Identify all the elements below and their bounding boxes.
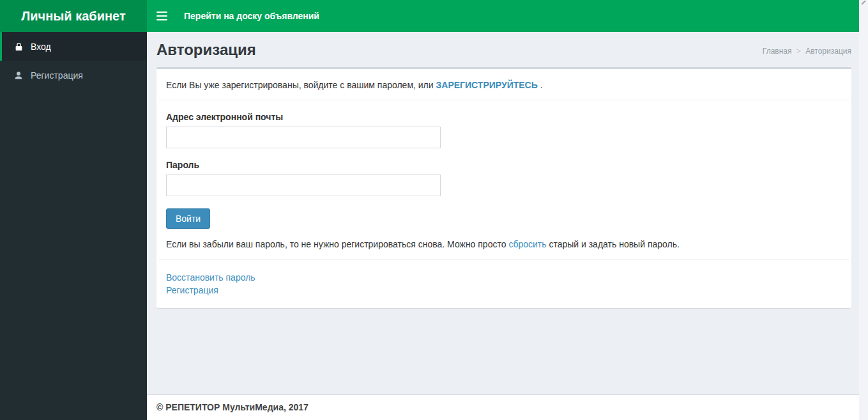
main-header: Личный кабинет Перейти на доску объявлен… — [0, 0, 868, 32]
divider — [159, 100, 849, 100]
sidebar-menu: Вход Регистрация — [0, 32, 147, 89]
sidebar-item-label: Регистрация — [31, 70, 83, 81]
lock-icon — [11, 42, 26, 51]
footer: © РЕПЕТИТОР МультиМедиа, 2017 — [147, 394, 859, 420]
sidebar-item-login[interactable]: Вход — [0, 32, 147, 61]
copyright-text: © РЕПЕТИТОР МультиМедиа, 2017 — [156, 402, 308, 412]
password-input[interactable] — [166, 175, 441, 196]
app-wrapper: Личный кабинет Перейти на доску объявлен… — [0, 0, 868, 420]
intro-text: Если Вы уже зарегистрированы, войдите с … — [166, 80, 842, 90]
sidebar-toggle-button[interactable] — [147, 0, 176, 32]
content-area: Авторизация Главная > Авторизация Если В… — [147, 32, 859, 394]
app-logo[interactable]: Личный кабинет — [0, 0, 147, 32]
email-label: Адрес электронной почты — [166, 112, 842, 122]
reset-password-inline-link[interactable]: сбросить — [508, 239, 546, 249]
breadcrumb-current: Авторизация — [805, 47, 851, 56]
app-logo-label: Личный кабинет — [21, 9, 125, 24]
bottom-links: Восстановить пароль Регистрация — [166, 269, 842, 297]
content-header: Авторизация Главная > Авторизация — [156, 42, 851, 58]
user-icon — [11, 71, 26, 80]
sidebar-item-registration[interactable]: Регистрация — [0, 61, 147, 89]
password-form-group: Пароль — [166, 160, 842, 196]
restore-password-link[interactable]: Восстановить пароль — [166, 271, 842, 284]
registration-link[interactable]: Регистрация — [166, 284, 842, 297]
register-inline-link[interactable]: ЗАРЕГИСТРИРУЙТЕСЬ — [436, 80, 538, 90]
scrollbar-arrow-icon — [861, 0, 865, 4]
forgot-password-help: Если вы забыли ваш пароль, то не нужно р… — [166, 239, 842, 249]
page-title: Авторизация — [156, 42, 256, 58]
divider — [159, 259, 849, 260]
breadcrumb: Главная > Авторизация — [763, 47, 851, 56]
breadcrumb-home-link[interactable]: Главная — [763, 47, 792, 56]
scrollbar[interactable] — [859, 0, 868, 420]
top-navbar: Перейти на доску объявлений — [147, 0, 868, 32]
email-input[interactable] — [166, 127, 441, 148]
navbar-board-link[interactable]: Перейти на доску объявлений — [184, 11, 319, 21]
email-form-group: Адрес электронной почты — [166, 112, 842, 148]
login-button[interactable]: Войти — [166, 208, 210, 229]
login-box: Если Вы уже зарегистрированы, войдите с … — [156, 67, 851, 308]
sidebar: Вход Регистрация — [0, 32, 147, 420]
breadcrumb-separator: > — [796, 47, 801, 56]
password-label: Пароль — [166, 160, 842, 170]
sidebar-item-label: Вход — [31, 42, 51, 52]
